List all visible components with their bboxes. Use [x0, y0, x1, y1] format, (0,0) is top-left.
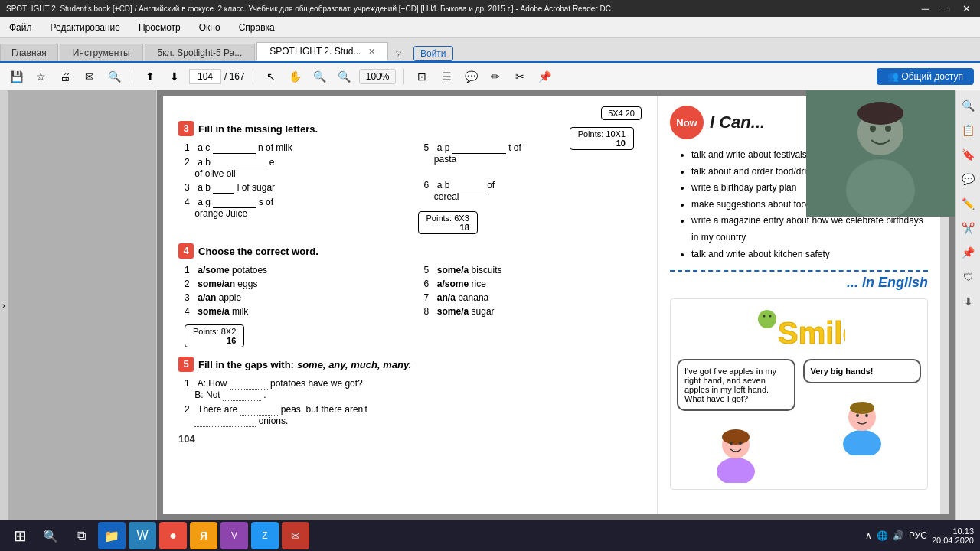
points-max-3: 10 — [578, 139, 626, 148]
zoom-level[interactable]: 100% — [359, 69, 397, 84]
magnify-icon[interactable]: 🔍 — [959, 96, 978, 115]
pin-icon[interactable]: 📌 — [959, 243, 978, 262]
hand-tool-button[interactable]: ✋ — [286, 67, 305, 86]
ex5-words: some, any, much, many. — [297, 359, 411, 370]
ex3-col2: Points: 10X1 10 5 a p t of pasta — [418, 142, 642, 234]
ex5-item-2: 2 There are peas, but there aren't onion… — [185, 404, 642, 427]
close-button[interactable]: ✕ — [959, 3, 974, 15]
email-button[interactable]: ✉ — [80, 67, 100, 86]
webcam-panel — [806, 90, 956, 217]
page-number-input[interactable] — [189, 69, 221, 84]
toolbar: 💾 ☆ 🖨 ✉ 🔍 ⬆ ⬇ / 167 ↖ ✋ 🔍 🔍 100% ⊡ ☰ 💬 ✏… — [0, 63, 980, 90]
tab-doc2[interactable]: SPOTLIGHT 2. Stud... ✕ — [256, 42, 388, 61]
main-content: › 5X4 20 3 Fill in the missing letters. — [0, 90, 980, 520]
share-button[interactable]: 👥 Общий доступ — [877, 68, 974, 85]
page-total: / 167 — [224, 71, 245, 82]
scissors-icon[interactable]: ✂️ — [959, 219, 978, 237]
left-character: I've got five apples in my right hand, a… — [677, 359, 795, 497]
ex3-item-1: 1 a c n of milk — [185, 142, 403, 154]
taskbar-email[interactable]: ✉ — [282, 522, 309, 549]
taskbar: ⊞ 🔍 ⧉ 📁 W ● Я V Z ✉ ∧ 🌐 🔊 РУС 10:13 20.0… — [0, 520, 980, 551]
ex4-item-2: 2 some/an eggs — [185, 279, 403, 289]
page-number-display: 104 — [178, 433, 642, 445]
marquee-button[interactable]: ☰ — [436, 67, 456, 86]
save-button[interactable]: 💾 — [6, 67, 26, 86]
right-tool-panel: 🔍 📋 🔖 💬 ✏️ ✂️ 📌 🛡 ⬇ — [956, 90, 980, 520]
svg-point-8 — [722, 429, 750, 445]
points-header: 5X4 20 — [178, 109, 642, 118]
tray-language[interactable]: РУС — [909, 530, 927, 541]
ex4-item-4: 4 some/a milk — [185, 306, 403, 317]
next-page-button[interactable]: ⬇ — [165, 67, 185, 86]
tab-doc1[interactable]: 5кл. Spotlight-5 Ра... — [145, 44, 256, 61]
pencil-icon[interactable]: ✏️ — [959, 194, 978, 213]
tray-volume[interactable]: 🔊 — [893, 530, 904, 541]
left-page: 5X4 20 3 Fill in the missing letters. 1 — [163, 96, 657, 514]
bullet-6: talk and write about kitchen safety — [691, 246, 928, 263]
taskbar-chrome[interactable]: ● — [159, 522, 187, 549]
comment-button[interactable]: 💬 — [461, 67, 481, 86]
minimize-button[interactable]: ─ — [919, 3, 932, 15]
tray-network[interactable]: 🌐 — [877, 530, 888, 541]
taskbar-clock[interactable]: 10:13 20.04.2020 — [932, 527, 974, 545]
menu-edit[interactable]: Редактирование — [47, 21, 123, 34]
highlight-button[interactable]: ✏ — [485, 67, 505, 86]
right-character: Very big hands! — [803, 359, 922, 497]
marquee-zoom-button[interactable]: ⊡ — [412, 67, 432, 86]
svg-point-9 — [730, 442, 733, 445]
comment-panel-icon[interactable]: 💬 — [959, 170, 978, 188]
menu-window[interactable]: Окно — [196, 21, 224, 34]
search-button[interactable]: 🔍 — [104, 67, 124, 86]
svg-point-6 — [717, 458, 755, 483]
tray-up-arrow[interactable]: ∧ — [865, 530, 872, 541]
menu-view[interactable]: Просмотр — [136, 21, 184, 34]
signin-button[interactable]: Войти — [413, 46, 453, 61]
start-button[interactable]: ⊞ — [6, 522, 34, 549]
left-collapse-panel[interactable]: › — [0, 90, 8, 520]
help-button[interactable]: ? — [396, 48, 401, 60]
bookmark-button[interactable]: ☆ — [31, 67, 51, 86]
ex4-title: Choose the correct word. — [198, 246, 318, 257]
task-view[interactable]: ⧉ — [67, 522, 95, 549]
tab-home[interactable]: Главная — [0, 44, 58, 61]
taskbar-search[interactable]: 🔍 — [37, 522, 64, 549]
tab-close-button[interactable]: ✕ — [368, 47, 375, 56]
ex4-col2: 5 some/a biscuits 6 a/some rice 7 an/a b… — [418, 265, 642, 320]
tab-tools[interactable]: Инструменты — [60, 44, 143, 61]
svg-point-4 — [769, 315, 771, 318]
draw-button[interactable]: ✂ — [510, 67, 530, 86]
zoom-out-button[interactable]: 🔍 — [310, 67, 330, 86]
exercise-4: 4 Choose the correct word. 1 a/some pota… — [178, 243, 642, 347]
taskbar-yandex[interactable]: Я — [190, 522, 217, 549]
ex3-title: Fill in the missing letters. — [198, 123, 318, 135]
ex3-points-box: Points: 10X1 10 — [570, 127, 634, 150]
taskbar-word[interactable]: W — [129, 522, 156, 549]
taskbar-explorer[interactable]: 📁 — [98, 522, 126, 549]
bookmark-icon[interactable]: 🔖 — [959, 145, 978, 164]
select-tool-button[interactable]: ↖ — [261, 67, 281, 86]
zoom-in-button[interactable]: 🔍 — [335, 67, 354, 86]
ex3-columns: 1 a c n of milk 2 a b e of olive oil 3 — [178, 142, 642, 234]
expand-icon[interactable]: ⬇ — [959, 292, 978, 311]
shield-icon[interactable]: 🛡 — [959, 268, 978, 286]
ex4-item-3: 3 a/an apple — [185, 292, 403, 303]
taskbar-zoom[interactable]: Z — [251, 522, 279, 549]
restore-button[interactable]: ▭ — [938, 3, 953, 15]
points2-label: Points: 6X3 — [426, 214, 469, 223]
print-button[interactable]: 🖨 — [55, 67, 75, 86]
page-navigation: / 167 — [189, 69, 245, 84]
menu-file[interactable]: Файл — [6, 21, 35, 34]
separator-1 — [132, 69, 132, 84]
ex5-item-1: 1 A: How potatoes have we got? B: Not . — [185, 378, 642, 401]
taskbar-viber[interactable]: V — [220, 522, 248, 549]
clipboard-icon[interactable]: 📋 — [959, 121, 978, 139]
ex3-item-3: 3 a b l of sugar — [185, 182, 403, 194]
stamp-button[interactable]: 📌 — [534, 67, 554, 86]
smile-title: Smile — [677, 305, 921, 354]
prev-page-button[interactable]: ⬆ — [140, 67, 160, 86]
svg-point-15 — [865, 414, 868, 417]
smile-cartoon: Smile I've got five apples in my right h… — [670, 298, 928, 490]
ex4-columns: 1 a/some potatoes 2 some/an eggs 3 a/an … — [178, 265, 642, 320]
menu-help[interactable]: Справка — [236, 21, 278, 34]
title-text: SPOTLIGHT 2. Student's book [+CD] / Англ… — [6, 5, 611, 13]
